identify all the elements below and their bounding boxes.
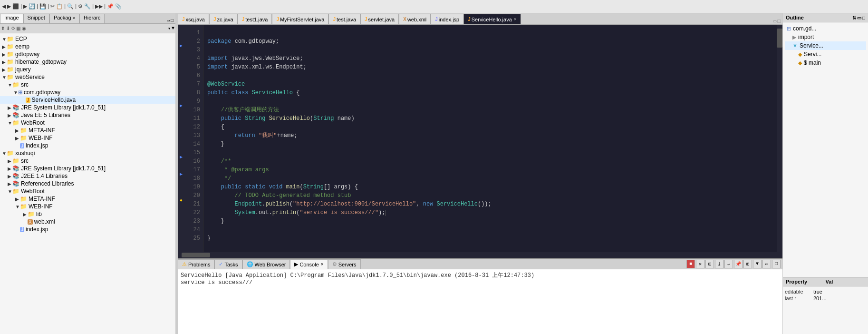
value-col-header: Val <box>826 279 866 285</box>
editor-minimize[interactable]: □ <box>777 19 781 24</box>
tree-item-eemp[interactable]: ▶ 📁 eemp <box>0 43 175 50</box>
outline-minimize[interactable]: ▭ <box>857 15 861 20</box>
tree-item-jre2[interactable]: ▶ 📚 JRE System Library [jdk1.7.0_51] <box>0 165 175 172</box>
bottom-tab-bar: ⚠Problems ✓Tasks 🌐 Web Browser ▶Console <box>178 259 684 269</box>
outline-class[interactable]: ▼ Service... <box>785 41 866 50</box>
tab-console[interactable]: ▶Console × <box>290 259 328 269</box>
console-output-line2: service is success/// <box>181 279 252 286</box>
tree-item-lib[interactable]: ▶ 📁 lib <box>0 210 175 218</box>
tree-item-jquery[interactable]: ▶ 📁 jquery <box>0 66 175 73</box>
servers-icon: ⚙ <box>332 261 337 267</box>
tree-item-web-inf2[interactable]: ▼ 📁 WEB-INF <box>0 203 175 210</box>
toolbar-buttons[interactable]: ◀ ▶ ⬛ | ▶ 🔄 | 💾 | ✂ 📋 | 🔍 | ⚙ 🔧 | ▶▶ | 📌… <box>2 3 122 10</box>
new-console[interactable]: ⊞ <box>743 260 752 268</box>
outline-main-label: $ main <box>804 59 821 66</box>
property-col-header: Property <box>786 279 826 285</box>
outline-import[interactable]: ▶ import <box>785 33 866 41</box>
tree-toolbar[interactable]: ⬆ ⬇ ⟳ ▦ ◉ <box>1 26 26 31</box>
tree-item-webservice[interactable]: ▼ 📁 webService <box>0 73 175 81</box>
tree-item-javaee[interactable]: ▶ 📚 Java EE 5 Libraries <box>0 111 175 119</box>
tab-index[interactable]: Jindex.jsp <box>431 14 463 24</box>
pin-button[interactable]: 📌 <box>734 260 743 268</box>
code-editor[interactable]: ▶ ▶ ▶ <box>178 25 782 252</box>
tree-item-gdtopway[interactable]: ▶ 📁 gdtopway <box>0 50 175 58</box>
word-wrap[interactable]: ↵ <box>724 260 733 268</box>
tree-item-xushuqi-src[interactable]: ▶ 📁 src <box>0 157 175 165</box>
tab-snippet[interactable]: Snippet <box>23 14 49 23</box>
prop-key-last: last r <box>785 295 813 301</box>
editor-maximize[interactable]: ▭ <box>773 18 777 24</box>
tree-item-web-inf[interactable]: ▶ 📁 WEB-INF <box>0 134 175 142</box>
tab-web-browser[interactable]: 🌐 Web Browser <box>242 259 290 269</box>
maximize-console[interactable]: □ <box>772 260 781 268</box>
tab-servlet[interactable]: Jservlet.java <box>360 14 399 24</box>
line-numbers: 1 2 3 4 5 6 7 8 9 10 11 12 13 14 <box>184 25 203 252</box>
minimize-console[interactable]: ▭ <box>762 260 771 268</box>
tab-webxml[interactable]: Xweb.xml <box>399 14 431 24</box>
console-toolbar: ■ ✕ ⊡ ⤓ ↵ 📌 ⊞ ▼ ▭ □ <box>684 259 782 269</box>
clear-button[interactable]: ⊡ <box>705 260 714 268</box>
outline-sort[interactable]: ⇅ <box>852 15 856 20</box>
outline-maximize[interactable]: □ <box>862 15 865 20</box>
scroll-lock[interactable]: ⤓ <box>715 260 723 268</box>
tab-image[interactable]: Image <box>0 14 23 23</box>
tab-hierarc[interactable]: Hierarc <box>79 14 105 23</box>
tree-item-ecp[interactable]: ▼ 📁 ECP <box>0 35 175 43</box>
tab-servers[interactable]: ⚙Servers <box>328 259 361 269</box>
tree-item-hibernate[interactable]: ▶ 📁 hibernate_gdtopway <box>0 58 175 66</box>
tree-item-index-jsp-1[interactable]: ▶ J index.jsp <box>0 142 175 149</box>
outline-tree: ⊞ com.gd... ▶ import ▼ Service... <box>783 22 868 277</box>
outline-package-label: com.gd... <box>793 25 816 32</box>
package-icon: ⊞ <box>787 26 791 32</box>
web-browser-label: Web Browser <box>255 262 286 267</box>
tree-item-com-gdtopway[interactable]: ▼ ⊞ com.gdtopway <box>0 88 175 96</box>
tab-servicehello[interactable]: JServiceHello.java × <box>463 14 521 24</box>
tree-item-meta-inf[interactable]: ▶ 📁 META-INF <box>0 127 175 134</box>
properties-header: Property Val <box>783 277 868 286</box>
tree-item-servicehello[interactable]: ▶ J ServiceHello.java <box>0 96 175 104</box>
tree-item-src[interactable]: ▼ 📁 src <box>0 81 175 88</box>
console-close[interactable]: × <box>321 262 324 267</box>
property-label: Property <box>786 279 807 285</box>
tree-item-xushuqi[interactable]: ▼ 📁 xushuqi <box>0 149 175 157</box>
tab-close-servicehello[interactable]: × <box>514 17 517 22</box>
remove-button[interactable]: ✕ <box>696 260 704 268</box>
tree-item-webroot2[interactable]: ▼ 📁 WebRoot <box>0 187 175 195</box>
prop-val-editable: true <box>813 289 822 295</box>
tab-packag[interactable]: Packag × <box>49 14 79 23</box>
tree-item-referenced-libs[interactable]: ▶ 📚 Referenced Libraries <box>0 180 175 187</box>
outline-title: Outline <box>786 15 804 20</box>
project-tree: ▼ 📁 ECP ▶ 📁 eemp ▶ 📁 gdtopway <box>0 33 175 334</box>
minimize-icon[interactable]: ▭ <box>167 18 170 23</box>
tab-problems[interactable]: ⚠Problems <box>178 259 214 269</box>
tree-collapse[interactable]: ▾ <box>168 26 171 31</box>
prop-row-last: last r 201... <box>785 295 866 302</box>
tree-item-webxml[interactable]: ▶ X web.xml <box>0 218 175 226</box>
tree-item-j2ee[interactable]: ▶ 📚 J2EE 1.4 Libraries <box>0 172 175 180</box>
outline-header: Outline ⇅ ▭ □ <box>783 13 868 22</box>
tab-xsq[interactable]: Jxsq.java <box>178 14 209 24</box>
tree-menu[interactable]: ▼ <box>172 26 174 31</box>
tree-item-meta-inf2[interactable]: ▶ 📁 META-INF <box>0 195 175 203</box>
stop-button[interactable]: ■ <box>686 260 695 268</box>
outline-method[interactable]: ◆ Servi... <box>785 50 866 59</box>
console-menu[interactable]: ▼ <box>753 260 762 268</box>
console-line-1: ServiceHello [Java Application] C:\Progr… <box>181 271 780 279</box>
tree-item-jre[interactable]: ▶ 📚 JRE System Library [jdk1.7.0_51] <box>0 104 175 111</box>
tree-item-webroot[interactable]: ▼ 📁 WebRoot <box>0 119 175 127</box>
outline-main[interactable]: ◆ $ main <box>785 59 866 67</box>
right-panel: Outline ⇅ ▭ □ ⊞ com.gd... <box>782 13 868 334</box>
tree-item-index-jsp2[interactable]: ▶ J index.jsp <box>0 226 175 233</box>
prop-key-editable: editable <box>785 289 813 295</box>
tab-test1[interactable]: Jtest1.java <box>238 14 272 24</box>
maximize-icon[interactable]: □ <box>171 18 174 23</box>
tab-tasks[interactable]: ✓Tasks <box>214 259 242 269</box>
prop-val-last: 201... <box>813 295 827 301</box>
tasks-icon: ✓ <box>219 261 223 267</box>
outline-package[interactable]: ⊞ com.gd... <box>785 24 866 33</box>
tab-test[interactable]: Jtest.java <box>328 14 360 24</box>
console-icon: ▶ <box>294 261 298 267</box>
code-text[interactable]: package com.gdtopway; import javax.jws.W… <box>203 25 777 252</box>
tab-zc[interactable]: Jzc.java <box>209 14 238 24</box>
tab-myfirstservlet[interactable]: JMyFirstServlet.java <box>272 14 328 24</box>
